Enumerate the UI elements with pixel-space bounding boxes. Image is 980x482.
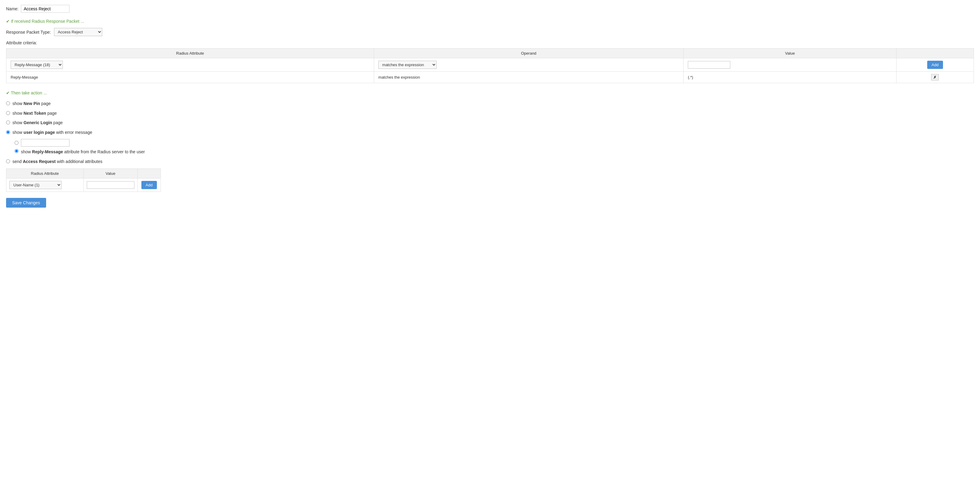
table-row: Reply-Message matches the expression (.*… bbox=[6, 72, 974, 83]
action-show-new-pin: show New Pin page bbox=[6, 101, 974, 107]
save-changes-button[interactable]: Save Changes bbox=[6, 198, 46, 207]
col-header-value: Value bbox=[684, 49, 897, 58]
existing-row-value: (.*) bbox=[684, 72, 897, 83]
action-show-next-token: show Next Token page bbox=[6, 110, 974, 117]
access-col-action bbox=[137, 168, 161, 178]
attribute-criteria-label: Attribute criteria: bbox=[6, 40, 974, 45]
radio-show-generic-login[interactable] bbox=[6, 120, 10, 124]
new-row-operand-select[interactable]: matches the expression equals contains s… bbox=[379, 61, 437, 69]
action-send-access-request: send Access Request with additional attr… bbox=[6, 159, 974, 165]
action-show-user-login: show user login page with error message bbox=[6, 129, 974, 136]
attribute-criteria-table: Radius Attribute Operand Value Reply-Mes… bbox=[6, 48, 974, 83]
reply-message-row: show Reply-Message attribute from the Ra… bbox=[14, 149, 974, 155]
access-col-value: Value bbox=[83, 168, 137, 178]
access-add-button[interactable]: Add bbox=[142, 181, 157, 189]
add-row-button[interactable]: Add bbox=[927, 61, 943, 69]
existing-row-radius: Reply-Message bbox=[6, 72, 374, 83]
col-header-action bbox=[896, 49, 974, 58]
radio-show-user-login[interactable] bbox=[6, 130, 10, 134]
radio-custom-msg[interactable] bbox=[14, 141, 19, 145]
table-row-new: Reply-Message (18) User-Name (1) NAS-IP-… bbox=[6, 58, 974, 72]
new-row-radius-attr-select[interactable]: Reply-Message (18) User-Name (1) NAS-IP-… bbox=[11, 61, 63, 69]
name-label: Name: bbox=[6, 6, 19, 11]
radio-show-next-token[interactable] bbox=[6, 111, 10, 115]
access-col-radius: Radius Attribute bbox=[6, 168, 84, 178]
col-header-operand: Operand bbox=[374, 49, 683, 58]
response-packet-select[interactable]: Access Reject Access Accept Access Chall… bbox=[54, 28, 102, 36]
radio-show-new-pin[interactable] bbox=[6, 101, 10, 105]
radio-send-access-request[interactable] bbox=[6, 160, 10, 163]
section2-header: ✔ Then take action ... bbox=[6, 91, 974, 95]
radio-reply-message[interactable] bbox=[14, 149, 19, 153]
delete-row-button[interactable]: ✗ bbox=[931, 74, 939, 80]
access-request-table: Radius Attribute Value User-Name (1) Rep… bbox=[6, 168, 161, 192]
access-value-input[interactable] bbox=[87, 181, 134, 189]
action-show-generic-login: show Generic Login page bbox=[6, 120, 974, 126]
existing-row-operand: matches the expression bbox=[374, 72, 683, 83]
name-input[interactable] bbox=[21, 5, 70, 13]
access-table-row: User-Name (1) Reply-Message (18) NAS-IP-… bbox=[6, 178, 161, 192]
col-header-radius: Radius Attribute bbox=[6, 49, 374, 58]
error-msg-input[interactable] bbox=[21, 139, 70, 147]
section1-header: ✔ If received Radius Response Packet ... bbox=[6, 19, 974, 24]
access-radius-attr-select[interactable]: User-Name (1) Reply-Message (18) NAS-IP-… bbox=[10, 181, 62, 189]
user-login-sub-options: show Reply-Message attribute from the Ra… bbox=[14, 139, 974, 155]
response-packet-label: Response Packet Type: bbox=[6, 30, 51, 35]
new-row-value-input[interactable] bbox=[688, 61, 730, 69]
error-msg-row bbox=[14, 139, 974, 147]
